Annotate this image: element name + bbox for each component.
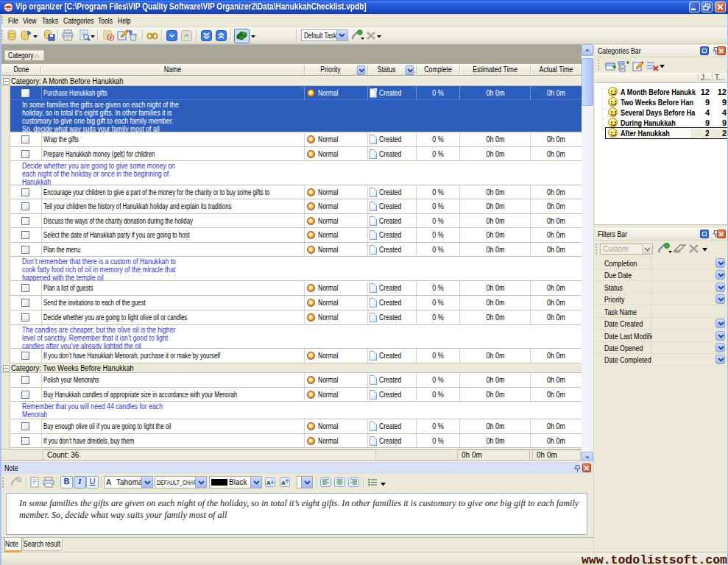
svg-text:A: A (266, 480, 271, 486)
svg-text:A: A (281, 480, 286, 486)
